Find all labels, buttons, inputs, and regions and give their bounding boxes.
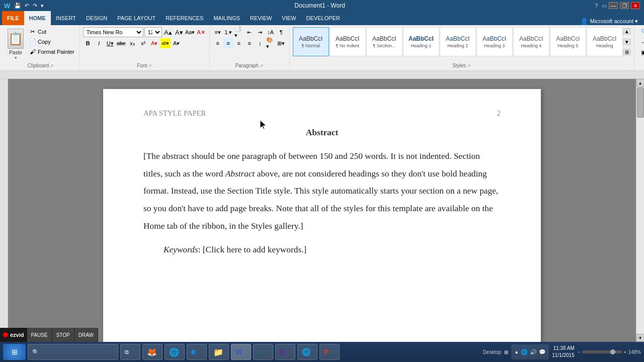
tab-review[interactable]: REVIEW [245,11,277,25]
format-painter-button[interactable]: 🖌 Format Painter [27,47,76,56]
tray-up-icon[interactable]: ▲ [514,349,519,354]
undo-qa-icon[interactable]: ↶ [24,3,30,9]
customize-qa-icon[interactable]: ▾ [40,3,45,9]
styles-scroll-up[interactable]: ▲ [623,28,631,35]
tab-mailings[interactable]: MAILINGS [208,11,245,25]
select-button[interactable]: ▣ Select = [637,48,644,57]
zoom-in-icon[interactable]: + [624,349,627,355]
font-expand-icon[interactable]: ↗ [148,63,152,68]
taskbar-search[interactable]: 🔍 [28,344,118,360]
show-para-btn[interactable]: ¶ [276,27,286,37]
text-color-btn[interactable]: A▾ [172,38,182,48]
underline-button[interactable]: U▾ [105,38,115,48]
taskbar-files[interactable]: 📁 [209,344,229,360]
close-button[interactable]: ✕ [631,2,640,9]
start-button[interactable]: ⊞ [3,344,26,360]
content-area[interactable]: APA STYLE PAPER 2 Abstract [The abstract… [8,79,636,342]
style-heading5[interactable]: AaBbCci Heading 5 [550,27,586,56]
numbering-btn[interactable]: 1.▾ [223,27,233,37]
style-heading1[interactable]: AaBbCcI Heading 1 [403,27,439,56]
style-section[interactable]: AaBbCcI ¶ Section... [366,27,403,56]
decrease-indent-btn[interactable]: ⇤ [245,27,255,37]
highlight-btn[interactable]: ab▾ [160,38,171,48]
tab-page-layout[interactable]: PAGE LAYOUT [112,11,160,25]
tab-home[interactable]: HOME [24,11,51,25]
ezvid-stop-button[interactable]: STOP [52,328,74,342]
align-right-btn[interactable]: ≡ [234,38,244,48]
increase-font-btn[interactable]: A▴ [163,27,173,37]
save-qa-icon[interactable]: 💾 [13,3,22,9]
style-heading[interactable]: AaBbCcI Heading [587,27,623,56]
sort-btn[interactable]: ↕A [266,27,276,37]
taskbar-ie2[interactable]: 🌐 [297,344,317,360]
align-center-btn[interactable]: ≡ [223,38,233,48]
redo-qa-icon[interactable]: ↷ [32,3,38,9]
scroll-track[interactable] [636,87,644,334]
bullets-btn[interactable]: ≡▾ [213,27,223,37]
ezvid-pause-button[interactable]: PAUSE [27,328,52,342]
align-left-btn[interactable]: ≡ [213,38,223,48]
taskbar-chrome[interactable]: 🌐 [165,344,185,360]
tab-view[interactable]: VIEW [277,11,301,25]
taskbar-ie[interactable]: e [187,344,207,360]
replace-button[interactable]: ↔ Replace [637,38,644,47]
clear-format-btn[interactable]: A✕ [196,27,206,37]
justify-btn[interactable]: ≡ [245,38,255,48]
taskbar-excel[interactable]: X [253,344,273,360]
font-size-select[interactable]: 12 [144,27,162,37]
tab-references[interactable]: REFERENCES [160,11,208,25]
tab-file[interactable]: FILE [2,11,24,25]
clock[interactable]: 11:38 AM 11/1/2015 [552,345,575,359]
superscript-button[interactable]: x² [138,38,148,48]
paragraph-expand-icon[interactable]: ↗ [260,63,264,68]
zoom-out-icon[interactable]: − [578,349,581,355]
tab-developer[interactable]: DEVELOPER [301,11,345,25]
font-color-btn[interactable]: A▾ [149,38,159,48]
abstract-body[interactable]: [The abstract should be one paragraph of… [143,148,501,235]
scroll-up-btn[interactable]: ▲ [636,79,645,87]
taskbar-ppt[interactable]: P [319,344,340,360]
scroll-down-btn[interactable]: ▼ [636,334,645,342]
taskbar-firefox[interactable]: 🦊 [142,344,163,360]
minimize-button[interactable]: — [609,2,618,9]
notification-icon[interactable]: 💬 [539,349,546,355]
style-heading4[interactable]: AaBbCcI Heading 4 [513,27,549,56]
borders-btn[interactable]: ⊞▾ [276,38,286,48]
subscript-button[interactable]: x₂ [127,38,137,48]
styles-expand-icon[interactable]: ↗ [467,63,471,68]
font-family-select[interactable]: Times New Ro [83,27,143,37]
styles-scroll-down[interactable]: ▼ [623,39,631,45]
tab-design[interactable]: DESIGN [81,11,112,25]
italic-button[interactable]: I [94,38,104,48]
line-spacing-btn[interactable]: ↕ [255,38,265,48]
copy-button[interactable]: 📄 Copy [27,37,76,46]
style-normal[interactable]: AaBbCcI ¶ Normal [293,27,329,56]
taskbar-word[interactable]: W [231,344,251,360]
zoom-slider[interactable] [582,350,622,353]
shading-btn[interactable]: 🎨▾ [266,38,276,48]
help-icon[interactable]: ? [595,3,598,9]
paste-dropdown-icon[interactable]: ▾ [15,55,17,60]
ribbon-toggle-icon[interactable]: ▭ [602,3,607,9]
paste-button[interactable]: 📋 Paste ▾ [5,27,26,62]
style-heading2[interactable]: AaBbCcI Heading 2 [440,27,476,56]
cut-button[interactable]: ✂ Cut [27,27,76,36]
restore-button[interactable]: ❐ [620,2,629,9]
multilevel-btn[interactable]: 📑▾ [234,27,244,37]
decrease-font-btn[interactable]: A▾ [174,27,184,37]
styles-expand-btn[interactable]: ⊞ [623,49,631,55]
desktop-label[interactable]: Desktop [483,349,502,355]
taskbar-onenote[interactable]: N [275,344,295,360]
style-heading3[interactable]: AaBbCcI Heading 3 [476,27,513,56]
scroll-thumb[interactable] [637,87,644,118]
change-case-btn[interactable]: Aa▾ [185,27,195,37]
strikethrough-button[interactable]: abc [116,38,126,48]
desktop-show-icon[interactable]: ⊞ [504,349,508,355]
find-button[interactable]: 🔍 Find ▾ [637,27,644,37]
ezvid-draw-button[interactable]: DRAW [74,328,98,342]
bold-button[interactable]: B [83,38,93,48]
clipboard-expand-icon[interactable]: ↗ [50,63,54,68]
taskbar-task-view[interactable]: ⧉ [120,344,140,360]
increase-indent-btn[interactable]: ⇥ [255,27,265,37]
tab-insert[interactable]: INSERT [51,11,81,25]
